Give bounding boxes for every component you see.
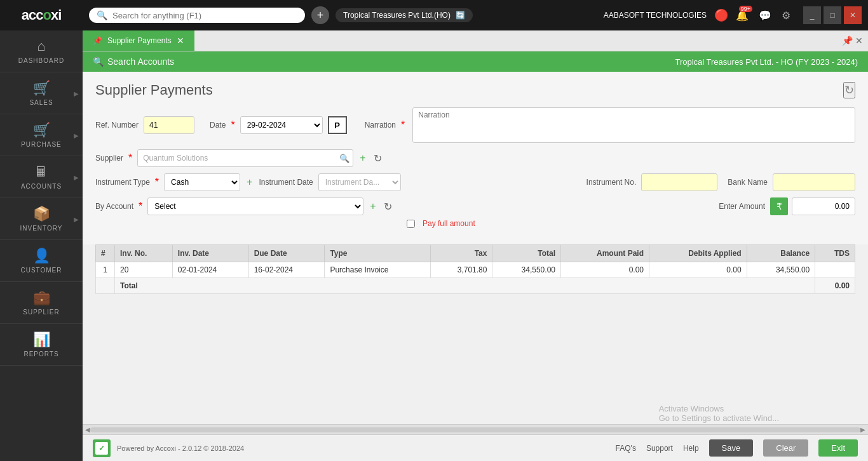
sidebar-item-accounts[interactable]: 🖩 ACCOUNTS ▶ <box>0 156 83 198</box>
pay-full-checkbox[interactable] <box>407 220 415 228</box>
instrument-required: * <box>155 177 159 188</box>
cell-type: Purchase Invoice <box>325 262 431 278</box>
search-input[interactable] <box>112 11 297 20</box>
col-balance: Balance <box>747 245 815 262</box>
by-account-select[interactable]: Select <box>147 197 363 215</box>
purchase-icon: 🛒 <box>33 122 50 138</box>
supplier-add-button[interactable]: + <box>358 151 367 165</box>
cell-inv-no: 20 <box>115 262 173 278</box>
sidebar-item-purchase[interactable]: 🛒 PURCHASE ▶ <box>0 114 83 156</box>
footer-links: FAQ's Support Help Save Clear Exit <box>616 439 858 457</box>
customer-icon: 👤 <box>33 248 50 264</box>
add-button[interactable]: + <box>311 6 329 24</box>
save-button[interactable]: Save <box>709 439 754 457</box>
clear-button[interactable]: Clear <box>763 439 808 457</box>
minimize-button[interactable]: _ <box>803 6 821 24</box>
narration-required: * <box>401 119 405 131</box>
amount-input[interactable] <box>792 197 855 215</box>
notifications-icon[interactable]: 🔔 99+ <box>736 10 749 22</box>
help-link[interactable]: Help <box>683 444 699 453</box>
ref-number-input[interactable] <box>144 116 194 134</box>
date-label: Date <box>210 121 226 130</box>
topbar-company: AABASOFT TECHNOLOGIES <box>604 11 707 20</box>
close-button[interactable]: ✕ <box>844 6 862 24</box>
rupee-symbol: ₹ <box>776 201 782 211</box>
enter-amount-label: Enter Amount <box>719 202 765 211</box>
sidebar-item-dashboard[interactable]: ⌂ DASHBOARD <box>0 30 83 72</box>
supplier-input[interactable] <box>137 149 353 167</box>
scroll-track[interactable] <box>90 427 860 432</box>
cell-tax: 3,701.80 <box>431 262 492 278</box>
total-tds: 0.00 <box>815 278 855 294</box>
total-empty1 <box>96 278 115 294</box>
col-tds: TDS <box>815 245 855 262</box>
notification-badge: 99+ <box>739 6 752 12</box>
form-row-4: By Account * Select + ↻ Enter Amount ₹ <box>95 197 855 215</box>
supplier-icon: 💼 <box>33 290 50 306</box>
company-info: Tropical Treasures Pvt Ltd. - HO (FY 202… <box>675 57 858 67</box>
horizontal-scrollbar[interactable]: ◀ ▶ <box>83 424 868 434</box>
instrument-type-select[interactable]: Cash Cheque <box>164 173 240 191</box>
instrument-date-select[interactable]: Instrument Da... <box>318 173 401 191</box>
support-link[interactable]: Support <box>646 444 673 453</box>
purchase-label: PURCHASE <box>21 141 62 148</box>
supplier-payments-tab[interactable]: 📌 Supplier Payments ✕ <box>83 30 194 51</box>
supplier-wrapper: 🔍 <box>137 149 353 167</box>
col-due-date: Due Date <box>248 245 325 262</box>
scroll-right-btn[interactable]: ▶ <box>860 426 865 433</box>
col-inv-no: Inv. No. <box>115 245 173 262</box>
sidebar-item-sales[interactable]: 🛒 SALES ▶ <box>0 72 83 114</box>
supplier-refresh-button[interactable]: ↻ <box>372 151 383 166</box>
sidebar-item-supplier[interactable]: 💼 SUPPLIER <box>0 282 83 324</box>
sidebar-item-reports[interactable]: 📊 REPORTS <box>0 324 83 366</box>
table-total-row: Total 0.00 <box>96 278 855 294</box>
by-account-add-button[interactable]: + <box>369 199 377 213</box>
maximize-button[interactable]: □ <box>824 6 841 24</box>
reports-label: REPORTS <box>24 351 58 357</box>
company-selector[interactable]: Tropical Treasures Pvt Ltd.(HO) 🔄 <box>336 8 473 22</box>
ref-number-label: Ref. Number <box>95 121 139 130</box>
faq-link[interactable]: FAQ's <box>616 444 636 453</box>
settings-icon[interactable]: ⚙ <box>782 10 790 22</box>
inventory-label: INVENTORY <box>20 225 63 232</box>
sidebar-item-customer[interactable]: 👤 CUSTOMER <box>0 240 83 282</box>
p-button[interactable]: P <box>328 116 347 134</box>
instrument-add-button[interactable]: + <box>245 175 254 189</box>
footer-logo-inner: ✓ <box>95 442 108 455</box>
by-account-refresh-button[interactable]: ↻ <box>383 199 393 214</box>
chat-icon[interactable]: 💬 <box>759 10 771 22</box>
scroll-left-btn[interactable]: ◀ <box>85 426 90 433</box>
bank-name-input[interactable] <box>773 173 855 191</box>
tab-label: Supplier Payments <box>107 36 172 45</box>
window-controls: _ □ ✕ <box>803 6 862 24</box>
table-area: # Inv. No. Inv. Date Due Date Type Tax T… <box>83 244 868 424</box>
green-bar: 🔍 Search Accounts Tropical Treasures Pvt… <box>83 51 868 72</box>
data-table: # Inv. No. Inv. Date Due Date Type Tax T… <box>95 244 855 294</box>
instrument-type-label: Instrument Type <box>95 178 150 187</box>
company-name: Tropical Treasures Pvt Ltd.(HO) <box>343 11 451 20</box>
form-row-1: Ref. Number Date * 29-02-2024 P Narratio… <box>95 107 855 143</box>
inventory-icon: 📦 <box>33 206 50 222</box>
instrument-no-input[interactable] <box>641 173 717 191</box>
search-box[interactable]: 🔍 <box>89 8 305 23</box>
narration-textarea[interactable] <box>412 107 855 143</box>
powered-by: Powered by Accoxi - 2.0.12 © 2018-2024 <box>117 444 244 452</box>
main-area: 🔍 + Tropical Treasures Pvt Ltd.(HO) 🔄 AA… <box>83 0 868 461</box>
col-tax: Tax <box>431 245 492 262</box>
exit-button[interactable]: Exit <box>818 439 858 457</box>
supplier-required: * <box>128 152 132 164</box>
form-refresh-button[interactable]: ↻ <box>843 82 855 98</box>
accoxi-icon: 🔴 <box>714 8 728 22</box>
tab-pin-btn[interactable]: 📌 <box>842 36 853 46</box>
search-accounts-btn[interactable]: 🔍 Search Accounts <box>93 57 174 67</box>
form-title: Supplier Payments <box>95 82 213 98</box>
accounts-label: ACCOUNTS <box>21 183 62 190</box>
date-select[interactable]: 29-02-2024 <box>240 116 323 134</box>
sales-arrow: ▶ <box>74 90 79 97</box>
dashboard-icon: ⌂ <box>37 38 45 55</box>
total-label: Total <box>115 278 815 294</box>
tab-close-btn[interactable]: ✕ <box>855 36 863 46</box>
tab-close-icon[interactable]: ✕ <box>177 36 184 46</box>
sidebar-item-inventory[interactable]: 📦 INVENTORY ▶ <box>0 198 83 240</box>
sidebar: accoxi ⌂ DASHBOARD 🛒 SALES ▶ 🛒 PURCHASE … <box>0 0 83 461</box>
